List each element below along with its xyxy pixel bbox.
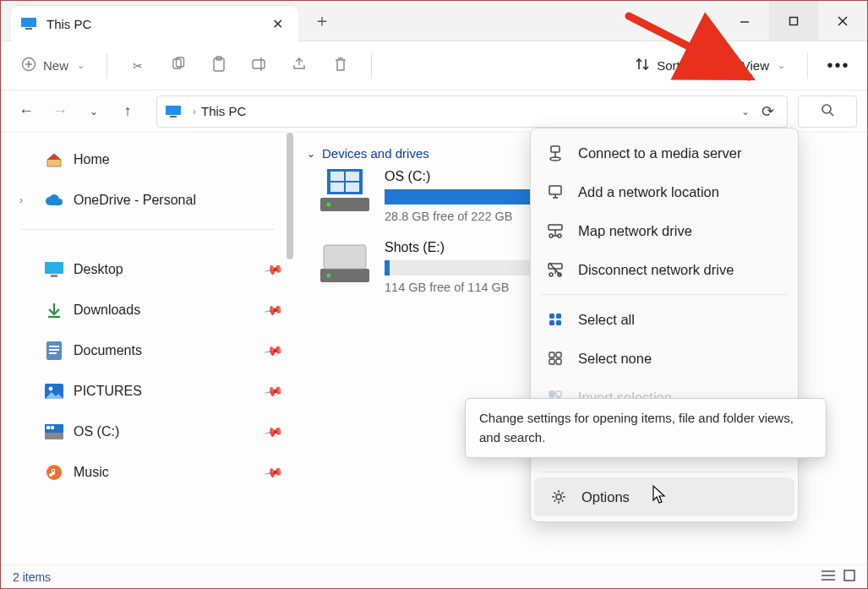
svg-rect-13	[253, 60, 265, 68]
svg-rect-24	[51, 275, 57, 277]
sidebar-item-downloads[interactable]: Downloads 📌	[4, 290, 292, 330]
search-icon	[821, 103, 834, 119]
svg-rect-74	[556, 359, 561, 364]
map-drive-icon	[546, 221, 565, 240]
sort-icon	[635, 57, 650, 74]
sidebar-item-home[interactable]: Home	[4, 139, 292, 180]
network-location-icon	[546, 183, 565, 201]
minimize-button[interactable]	[720, 1, 769, 41]
new-button[interactable]: New ⌄	[13, 52, 93, 79]
svg-rect-70	[556, 320, 561, 325]
pin-icon[interactable]: 📌	[263, 299, 285, 321]
sidebar-item-label: Desktop	[74, 262, 123, 277]
svg-rect-16	[722, 66, 725, 69]
tab-this-pc[interactable]: This PC ✕	[11, 6, 298, 41]
menu-options[interactable]: Options	[534, 477, 794, 516]
titlebar: This PC ✕ ＋	[1, 1, 867, 41]
delete-button[interactable]	[324, 49, 358, 83]
back-button[interactable]: ←	[11, 96, 41, 127]
search-box[interactable]	[798, 95, 857, 128]
pictures-icon	[45, 382, 63, 401]
svg-rect-76	[556, 391, 561, 396]
chevron-right-icon[interactable]: ›	[19, 194, 23, 206]
copy-button[interactable]	[161, 49, 195, 83]
desktop-icon	[45, 260, 63, 279]
svg-line-22	[830, 112, 833, 116]
separator	[807, 53, 808, 79]
cut-button[interactable]: ✂	[121, 49, 155, 83]
menu-separator	[541, 294, 788, 295]
svg-point-64	[549, 273, 553, 276]
history-dropdown[interactable]: ⌄	[734, 96, 756, 127]
menu-label: Select all	[578, 312, 635, 328]
menu-map-network-drive[interactable]: Map network drive	[531, 211, 798, 250]
tab-close-icon[interactable]: ✕	[267, 11, 288, 37]
gear-icon	[549, 488, 568, 506]
pin-icon[interactable]: 📌	[263, 340, 285, 362]
rename-icon	[251, 57, 268, 74]
menu-disconnect-network-drive[interactable]: Disconnect network drive	[531, 250, 798, 289]
rename-button[interactable]	[243, 49, 276, 83]
svg-rect-54	[549, 186, 561, 194]
more-button[interactable]: •••	[822, 49, 855, 83]
menu-select-none[interactable]: Select none	[531, 339, 798, 378]
separator	[21, 229, 275, 241]
windows-drive-icon	[320, 169, 369, 210]
trash-icon	[333, 56, 348, 75]
svg-rect-34	[46, 426, 50, 429]
sidebar-item-music[interactable]: Music 📌	[4, 452, 292, 493]
share-button[interactable]	[283, 49, 317, 83]
menu-label: Select none	[578, 351, 652, 367]
menu-separator	[541, 472, 788, 472]
svg-rect-3	[790, 17, 798, 25]
svg-point-45	[327, 274, 331, 278]
menu-add-network-location[interactable]: Add a network location	[531, 172, 798, 211]
recent-locations-button[interactable]: ⌄	[79, 96, 109, 127]
download-icon	[45, 301, 63, 319]
menu-label: Connect to a media server	[578, 145, 742, 161]
sort-button[interactable]: Sort ⌄	[626, 52, 705, 79]
sidebar-item-desktop[interactable]: Desktop 📌	[4, 249, 292, 290]
forward-button[interactable]: →	[45, 96, 75, 127]
chevron-right-icon: ›	[193, 106, 196, 117]
close-button[interactable]	[818, 1, 867, 41]
chevron-down-icon: ⌄	[778, 60, 785, 71]
details-view-icon[interactable]	[822, 570, 835, 584]
svg-rect-32	[45, 433, 63, 439]
maximize-button[interactable]	[769, 1, 818, 41]
pin-icon[interactable]: 📌	[263, 461, 285, 483]
sidebar-item-pictures[interactable]: PICTURES 📌	[4, 371, 292, 412]
pin-icon[interactable]: 📌	[263, 421, 285, 443]
navigation-pane: Home › OneDrive - Personal Desktop 📌 Dow…	[1, 133, 295, 566]
pin-icon[interactable]: 📌	[263, 380, 285, 402]
sidebar-item-os-c[interactable]: OS (C:) 📌	[4, 412, 292, 452]
refresh-button[interactable]: ⟳	[756, 96, 778, 127]
menu-select-all[interactable]: Select all	[531, 300, 798, 339]
select-none-icon	[546, 349, 565, 368]
pin-icon[interactable]: 📌	[263, 259, 285, 281]
up-button[interactable]: ↑	[112, 96, 143, 127]
svg-rect-42	[330, 183, 344, 192]
copy-icon	[171, 57, 186, 74]
sidebar-item-label: OS (C:)	[74, 424, 119, 439]
sidebar-item-documents[interactable]: Documents 📌	[4, 330, 292, 371]
disconnect-drive-icon	[546, 260, 565, 279]
tiles-view-icon[interactable]	[843, 570, 855, 584]
music-icon	[45, 463, 63, 482]
new-tab-button[interactable]: ＋	[303, 1, 341, 41]
svg-rect-41	[346, 172, 359, 181]
menu-connect-media-server[interactable]: Connect to a media server	[531, 134, 798, 172]
sidebar-item-onedrive[interactable]: › OneDrive - Personal	[4, 180, 292, 221]
sort-label: Sort	[657, 58, 680, 73]
breadcrumb-location[interactable]: This PC	[201, 104, 246, 118]
svg-rect-43	[346, 183, 359, 192]
media-server-icon	[546, 144, 565, 162]
address-bar[interactable]: › This PC ⌄ ⟳	[156, 95, 788, 128]
view-button[interactable]: View ⌄	[712, 52, 794, 79]
svg-point-60	[558, 234, 561, 237]
svg-rect-69	[549, 320, 554, 325]
svg-rect-68	[556, 314, 561, 319]
svg-point-31	[49, 387, 53, 391]
svg-rect-40	[330, 172, 344, 181]
paste-button[interactable]	[202, 49, 236, 83]
